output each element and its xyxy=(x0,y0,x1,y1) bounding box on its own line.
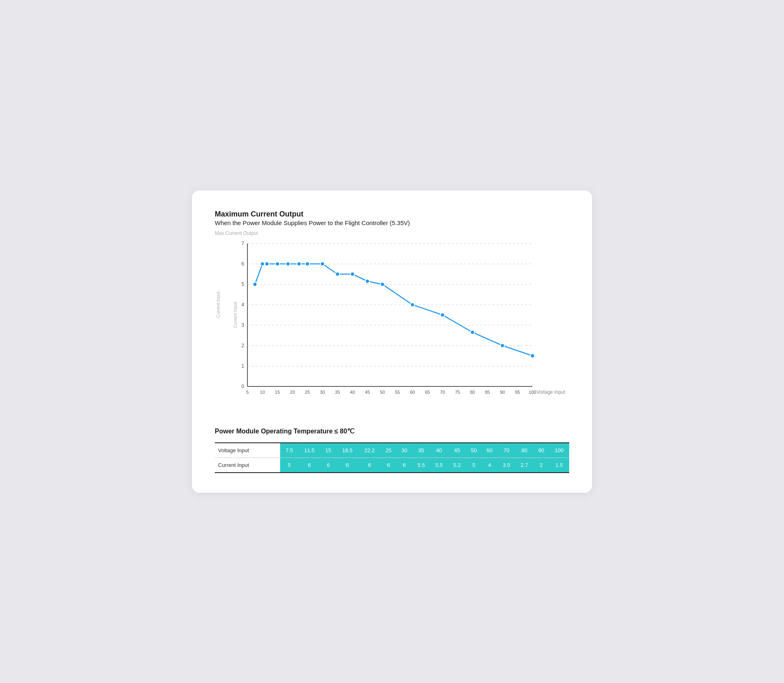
svg-text:Voltage Input: Voltage Input xyxy=(537,389,566,395)
table-cell: 40 xyxy=(430,443,448,458)
svg-text:20: 20 xyxy=(290,390,295,395)
table-cell: 3.5 xyxy=(497,458,515,473)
table-cell: 6 xyxy=(321,458,336,473)
table-cell: 5.5 xyxy=(412,458,430,473)
svg-text:55: 55 xyxy=(395,390,400,395)
table-cell: 22.2 xyxy=(359,443,381,458)
chart-svg: 1234567051015202530354045505560657075808… xyxy=(233,239,569,400)
table-cell: 60 xyxy=(482,443,498,458)
chart-title: Maximum Current Output xyxy=(215,210,569,219)
svg-text:2: 2 xyxy=(241,343,244,348)
voltage-input-label: Voltage Input xyxy=(215,443,280,458)
main-card: Maximum Current Output When the Power Mo… xyxy=(192,190,592,493)
svg-text:80: 80 xyxy=(470,390,475,395)
svg-text:60: 60 xyxy=(410,390,415,395)
svg-text:10: 10 xyxy=(260,390,265,395)
svg-text:65: 65 xyxy=(425,390,430,395)
svg-text:0: 0 xyxy=(241,384,244,389)
table-cell: 11.5 xyxy=(298,443,320,458)
svg-point-40 xyxy=(261,262,265,266)
table-cell: 90 xyxy=(533,443,549,458)
chart-subtitle: When the Power Module Supplies Power to … xyxy=(215,219,569,226)
svg-point-48 xyxy=(350,272,354,276)
svg-text:85: 85 xyxy=(485,390,490,395)
svg-point-41 xyxy=(265,262,269,266)
table-cell: 30 xyxy=(396,443,412,458)
svg-text:7: 7 xyxy=(241,241,244,246)
table-cell: 45 xyxy=(448,443,466,458)
svg-point-45 xyxy=(305,262,310,266)
svg-text:45: 45 xyxy=(365,390,370,395)
svg-point-54 xyxy=(501,344,505,348)
svg-text:40: 40 xyxy=(350,390,355,395)
table-cell: 5 xyxy=(280,458,298,473)
data-table: Voltage Input7.511.51518.522.22530354045… xyxy=(215,442,569,473)
y-axis-label: Current Input xyxy=(216,280,220,329)
table-title: Power Module Operating Temperature ≤ 80℃ xyxy=(215,427,569,435)
table-cell: 5.2 xyxy=(448,458,466,473)
svg-point-39 xyxy=(253,282,257,286)
svg-text:5: 5 xyxy=(241,281,244,287)
table-cell: 5.5 xyxy=(430,458,448,473)
svg-text:6: 6 xyxy=(241,261,244,267)
svg-point-46 xyxy=(321,262,325,266)
svg-text:25: 25 xyxy=(305,390,310,395)
table-cell: 15 xyxy=(321,443,336,458)
svg-text:Current Input: Current Input xyxy=(233,302,238,328)
svg-point-49 xyxy=(365,279,370,283)
svg-text:100: 100 xyxy=(529,390,536,395)
svg-point-52 xyxy=(441,313,445,317)
table-cell: 6 xyxy=(381,458,396,473)
table-cell: 2.7 xyxy=(515,458,533,473)
svg-point-42 xyxy=(275,262,279,266)
table-cell: 6 xyxy=(298,458,320,473)
svg-text:90: 90 xyxy=(500,390,505,395)
table-cell: 35 xyxy=(412,443,430,458)
table-cell: 2 xyxy=(533,458,549,473)
table-cell: 6 xyxy=(359,458,381,473)
current-input-label: Current Input xyxy=(215,458,280,473)
table-cell: 1.5 xyxy=(549,458,569,473)
table-cell: 70 xyxy=(497,443,515,458)
svg-text:3: 3 xyxy=(241,322,244,328)
table-cell: 7.5 xyxy=(280,443,298,458)
table-cell: 50 xyxy=(466,443,482,458)
svg-text:1: 1 xyxy=(241,363,244,369)
table-cell: 6 xyxy=(336,458,358,473)
svg-point-53 xyxy=(470,330,474,335)
svg-point-51 xyxy=(410,303,414,307)
table-cell: 80 xyxy=(515,443,533,458)
svg-text:95: 95 xyxy=(515,390,520,395)
table-section: Power Module Operating Temperature ≤ 80℃… xyxy=(215,427,569,473)
svg-point-55 xyxy=(530,354,535,358)
svg-text:70: 70 xyxy=(440,390,445,395)
svg-text:4: 4 xyxy=(241,302,244,308)
svg-point-43 xyxy=(286,262,290,266)
svg-text:75: 75 xyxy=(455,390,460,395)
svg-text:50: 50 xyxy=(380,390,385,395)
table-cell: 5 xyxy=(466,458,482,473)
table-cell: 6 xyxy=(396,458,412,473)
chart-area: Current Input 12345670510152025303540455… xyxy=(215,239,569,411)
svg-text:15: 15 xyxy=(275,390,280,395)
svg-text:30: 30 xyxy=(320,390,325,395)
table-cell: 18.5 xyxy=(336,443,358,458)
table-cell: 25 xyxy=(381,443,396,458)
table-cell: 4 xyxy=(482,458,498,473)
svg-point-50 xyxy=(381,282,385,286)
chart-inner: 1234567051015202530354045505560657075808… xyxy=(233,239,569,400)
svg-point-47 xyxy=(335,272,339,276)
table-cell: 100 xyxy=(549,443,569,458)
chart-legend: Max Current Output xyxy=(215,230,569,236)
svg-point-44 xyxy=(297,262,301,266)
svg-text:35: 35 xyxy=(335,390,340,395)
svg-text:5: 5 xyxy=(246,390,249,395)
